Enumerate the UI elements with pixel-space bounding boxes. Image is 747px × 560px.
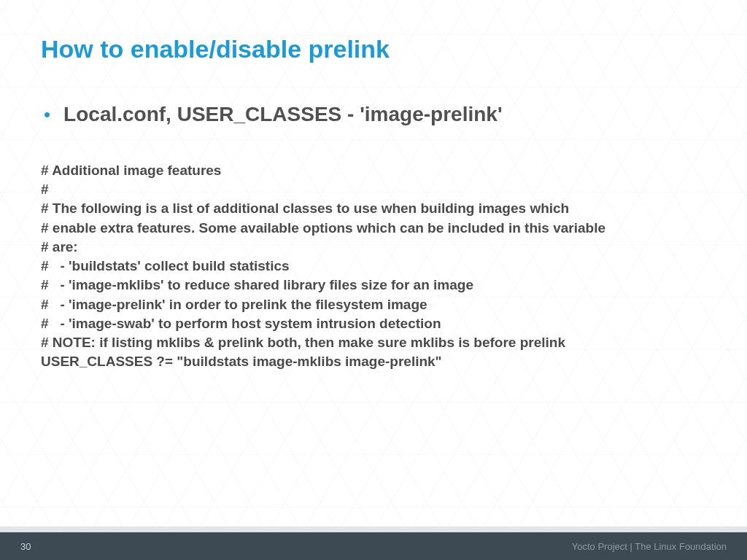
slide-content: How to enable/disable prelink • Local.co… — [0, 0, 747, 371]
footer-attribution: Yocto Project | The Linux Foundation — [572, 541, 727, 552]
footer-bar: 30 Yocto Project | The Linux Foundation — [0, 532, 747, 560]
slide: How to enable/disable prelink • Local.co… — [0, 0, 747, 560]
slide-title: How to enable/disable prelink — [41, 35, 706, 63]
bullet-item: • Local.conf, USER_CLASSES - 'image-prel… — [41, 103, 706, 126]
bullet-icon: • — [44, 105, 50, 124]
code-block: # Additional image features # # The foll… — [41, 161, 706, 371]
bullet-text: Local.conf, USER_CLASSES - 'image-prelin… — [63, 103, 502, 126]
page-number: 30 — [20, 541, 31, 552]
footer-divider — [0, 526, 747, 532]
